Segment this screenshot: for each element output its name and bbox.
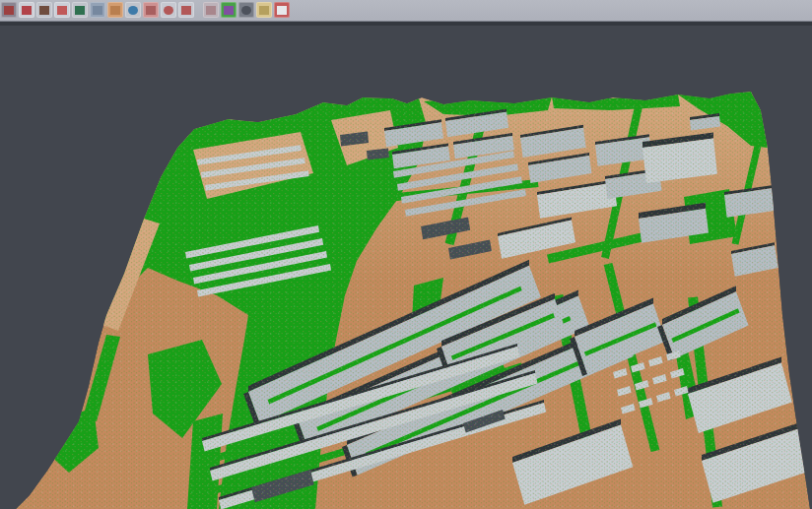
pale-speckle-noise: [0, 22, 812, 509]
extent-brackets-icon[interactable]: [178, 2, 194, 18]
globe-3d-icon[interactable]: [125, 2, 141, 18]
globe-3d-icon-glyph: [128, 6, 138, 15]
side-panel-icon-glyph: [93, 6, 102, 15]
terrain-hill-icon[interactable]: [36, 2, 52, 18]
target-circle-icon[interactable]: [161, 2, 176, 18]
dark-sphere-icon-glyph: [241, 6, 251, 15]
measure-flag-icon-glyph: [277, 6, 287, 15]
point-cloud-render[interactable]: [0, 22, 812, 509]
layers-icon[interactable]: [143, 2, 159, 18]
classify-points-icon-glyph: [22, 6, 32, 15]
dark-sphere-icon[interactable]: [238, 2, 254, 18]
vegetation-hill-icon-glyph: [75, 6, 85, 15]
viewport-top-shade: [0, 22, 812, 26]
control-points-icon-glyph: [57, 6, 67, 15]
measure-flag-icon[interactable]: [274, 2, 290, 18]
terrain-hill-icon-glyph: [39, 6, 49, 15]
select-tool-icon[interactable]: [1, 2, 17, 18]
side-panel-icon[interactable]: [90, 2, 105, 18]
app-window: [0, 0, 812, 509]
layers-icon-glyph: [146, 6, 156, 15]
terrain-group: [0, 22, 812, 509]
ortho-image-icon[interactable]: [107, 2, 123, 18]
grid-red-icon[interactable]: [203, 2, 219, 18]
classification-colors-icon-glyph: [224, 6, 234, 15]
main-toolbar: [0, 0, 812, 22]
vegetation-hill-icon[interactable]: [72, 2, 88, 18]
classify-points-icon[interactable]: [19, 2, 34, 18]
classification-colors-icon[interactable]: [221, 2, 237, 18]
control-points-icon[interactable]: [54, 2, 70, 18]
annotation-icon[interactable]: [256, 2, 272, 18]
3d-viewport[interactable]: [0, 22, 812, 509]
grid-red-icon-glyph: [206, 6, 216, 15]
annotation-icon-glyph: [259, 6, 269, 15]
target-circle-icon-glyph: [164, 6, 173, 15]
ortho-image-icon-glyph: [110, 6, 120, 15]
extent-brackets-icon-glyph: [181, 6, 191, 15]
toolbar-separator: [196, 2, 203, 18]
select-tool-icon-glyph: [4, 6, 14, 15]
